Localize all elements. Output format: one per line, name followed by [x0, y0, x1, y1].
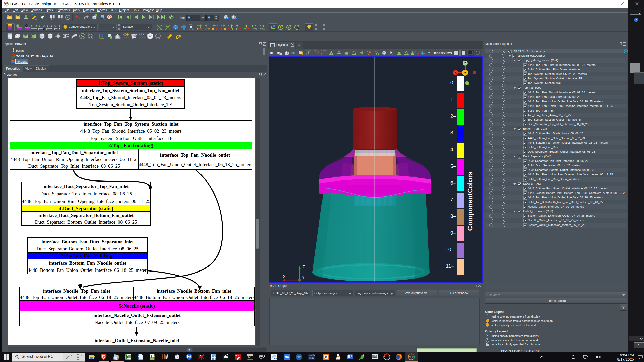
svg-text:PDF: PDF — [235, 354, 240, 357]
svg-text:Z: Z — [302, 265, 305, 269]
svg-text:-Y: -Y — [220, 24, 222, 27]
svg-text:+Z: +Z — [228, 24, 231, 27]
svg-text:X: X — [455, 71, 457, 75]
svg-text:-X: -X — [207, 24, 210, 27]
svg-text:Y: Y — [464, 71, 466, 75]
svg-text:-Z: -Z — [238, 24, 241, 27]
svg-text:+X: +X — [197, 24, 199, 27]
svg-text:Rr: Rr — [274, 357, 277, 360]
svg-text:+90: +90 — [254, 28, 257, 30]
svg-text:-90: -90 — [261, 28, 265, 30]
svg-text:zm: zm — [285, 355, 289, 359]
svg-text:Z: Z — [464, 61, 466, 65]
svg-text:c: c — [43, 27, 45, 30]
svg-text:ns: ns — [297, 355, 299, 357]
svg-text:kindle: kindle — [309, 354, 315, 357]
svg-text:7: 7 — [226, 354, 228, 357]
svg-text:C:\_: C:\_ — [248, 356, 252, 358]
svg-text:?: ? — [414, 50, 416, 54]
svg-text:X: X — [283, 274, 286, 279]
svg-text:+Y: +Y — [215, 24, 218, 27]
svg-text:Y: Y — [302, 275, 305, 280]
